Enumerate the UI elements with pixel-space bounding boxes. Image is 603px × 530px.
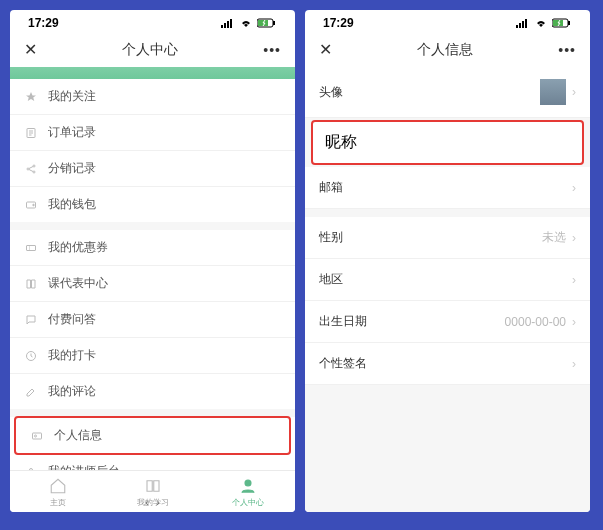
status-time: 17:29 <box>323 16 354 30</box>
row-label: 我的讲师后台 <box>48 463 120 470</box>
row-label: 订单记录 <box>48 124 96 141</box>
svg-point-17 <box>33 204 35 206</box>
chevron-right-icon: › <box>572 181 576 195</box>
svg-rect-3 <box>230 19 232 28</box>
phone-left: 17:29 ✕ 个人中心 ••• 我的关注 订单记录 分销记录 <box>10 10 295 512</box>
row-label: 个人信息 <box>54 427 102 444</box>
svg-point-11 <box>27 168 29 170</box>
row-label: 分销记录 <box>48 160 96 177</box>
header-bg <box>10 67 295 79</box>
row-teacher[interactable]: 我的讲师后台 <box>10 454 295 470</box>
page-title: 个人中心 <box>122 41 178 59</box>
svg-point-25 <box>245 480 251 486</box>
row-follow[interactable]: 我的关注 <box>10 79 295 115</box>
more-icon[interactable]: ••• <box>558 42 576 58</box>
wifi-icon <box>534 18 548 28</box>
edit-icon <box>24 385 38 399</box>
svg-rect-0 <box>221 25 223 28</box>
row-label: 出生日期 <box>319 313 367 330</box>
menu-group-3: 个人信息 我的讲师后台 账户管理 <box>10 417 295 470</box>
wifi-icon <box>239 18 253 28</box>
svg-rect-2 <box>227 21 229 28</box>
avatar <box>540 79 566 105</box>
menu-list: 我的关注 订单记录 分销记录 我的钱包 我的优惠券 课代表中心 <box>10 79 295 470</box>
spacer <box>305 209 590 217</box>
page-title: 个人信息 <box>417 41 473 59</box>
signal-icon <box>516 18 530 28</box>
more-icon[interactable]: ••• <box>263 42 281 58</box>
svg-rect-6 <box>273 21 275 25</box>
svg-rect-1 <box>224 23 226 28</box>
svg-line-14 <box>29 166 33 168</box>
svg-rect-29 <box>525 19 527 28</box>
row-avatar[interactable]: 头像 › <box>305 67 590 118</box>
svg-rect-27 <box>519 23 521 28</box>
row-label: 头像 <box>319 84 343 101</box>
svg-rect-18 <box>27 245 36 250</box>
row-bio[interactable]: 个性签名 › <box>305 343 590 385</box>
status-time: 17:29 <box>28 16 59 30</box>
status-indicators <box>516 18 572 28</box>
birth-value: 0000-00-00 <box>505 315 566 329</box>
row-nickname[interactable]: 昵称 <box>311 120 584 165</box>
menu-group-2: 我的优惠券 课代表中心 付费问答 我的打卡 我的评论 <box>10 230 295 409</box>
chat-icon <box>24 313 38 327</box>
svg-point-22 <box>35 435 37 437</box>
pager: ‹› <box>145 497 160 508</box>
row-paid-qa[interactable]: 付费问答 <box>10 302 295 338</box>
svg-rect-26 <box>516 25 518 28</box>
status-bar: 17:29 <box>10 10 295 32</box>
row-label: 个性签名 <box>319 355 367 372</box>
book-icon <box>24 277 38 291</box>
row-label: 我的关注 <box>48 88 96 105</box>
study-icon <box>144 477 162 495</box>
row-label: 我的优惠券 <box>48 239 108 256</box>
row-label: 付费问答 <box>48 311 96 328</box>
svg-point-12 <box>33 165 35 167</box>
row-comments[interactable]: 我的评论 <box>10 374 295 409</box>
chevron-right-icon: › <box>572 85 576 99</box>
tab-profile[interactable]: 个人中心 <box>200 477 295 508</box>
row-checkin[interactable]: 我的打卡 <box>10 338 295 374</box>
clock-icon <box>24 349 38 363</box>
tab-home[interactable]: 主页 <box>10 477 105 508</box>
chevron-right-icon: › <box>572 315 576 329</box>
close-icon[interactable]: ✕ <box>319 40 332 59</box>
info-list: 头像 › 昵称 邮箱 › 性别 未选› 地区 › 出生日期 0000-00-00… <box>305 67 590 512</box>
row-orders[interactable]: 订单记录 <box>10 115 295 151</box>
svg-rect-28 <box>522 21 524 28</box>
row-birth[interactable]: 出生日期 0000-00-00› <box>305 301 590 343</box>
row-label: 我的打卡 <box>48 347 96 364</box>
row-region[interactable]: 地区 › <box>305 259 590 301</box>
status-indicators <box>221 18 277 28</box>
person-icon <box>239 477 257 495</box>
row-distribution[interactable]: 分销记录 <box>10 151 295 187</box>
row-label: 性别 <box>319 229 343 246</box>
row-coupons[interactable]: 我的优惠券 <box>10 230 295 266</box>
svg-rect-32 <box>568 21 570 25</box>
list-icon <box>24 126 38 140</box>
navbar-right: ✕ 个人信息 ••• <box>305 32 590 67</box>
row-wallet[interactable]: 我的钱包 <box>10 187 295 222</box>
close-icon[interactable]: ✕ <box>24 40 37 59</box>
row-profile[interactable]: 个人信息 <box>14 416 291 455</box>
row-email[interactable]: 邮箱 › <box>305 167 590 209</box>
chevron-right-icon: › <box>572 357 576 371</box>
tab-label: 个人中心 <box>232 497 264 508</box>
tab-label: 主页 <box>50 497 66 508</box>
phone-right: 17:29 ✕ 个人信息 ••• 头像 › 昵称 邮箱 › 性别 未选› 地区 <box>305 10 590 512</box>
svg-point-13 <box>33 171 35 173</box>
battery-icon <box>257 18 277 28</box>
row-label: 我的钱包 <box>48 196 96 213</box>
row-label: 邮箱 <box>319 179 343 196</box>
row-representative[interactable]: 课代表中心 <box>10 266 295 302</box>
row-label: 我的评论 <box>48 383 96 400</box>
battery-icon <box>552 18 572 28</box>
home-icon <box>49 477 67 495</box>
row-label: 地区 <box>319 271 343 288</box>
row-label: 课代表中心 <box>48 275 108 292</box>
wallet-icon <box>24 198 38 212</box>
share-icon <box>24 162 38 176</box>
row-gender[interactable]: 性别 未选› <box>305 217 590 259</box>
ticket-icon <box>24 241 38 255</box>
